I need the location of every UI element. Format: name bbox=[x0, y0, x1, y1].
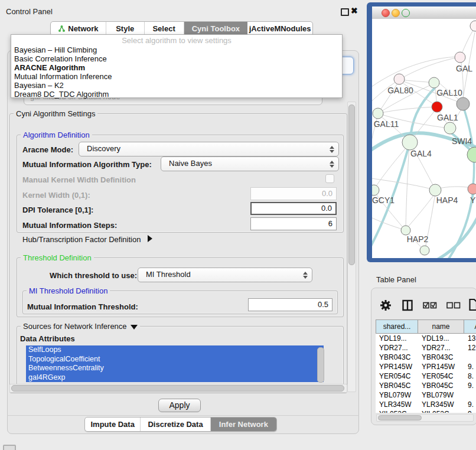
network-edge[interactable] bbox=[375, 144, 410, 188]
network-node-GAL10[interactable] bbox=[429, 77, 439, 88]
table-cell[interactable]: YDR27... bbox=[418, 343, 464, 353]
hub-factor-expander[interactable]: Hub/Transcription Factor Definition bbox=[22, 235, 152, 244]
table-cell[interactable]: YLR345W bbox=[376, 400, 418, 409]
table-row[interactable]: YDR27...YDR27...12 bbox=[376, 343, 476, 353]
sources-legend[interactable]: Sources for Network Inference bbox=[21, 322, 140, 331]
table-cell[interactable]: 9. bbox=[464, 362, 476, 371]
table-row[interactable]: YER054CYER054C8. bbox=[376, 371, 476, 381]
manual-kernel-checkbox[interactable] bbox=[325, 174, 334, 183]
apply-button[interactable]: Apply bbox=[158, 399, 201, 412]
network-node-gal-partial[interactable] bbox=[455, 52, 465, 63]
network-node-GAL80[interactable] bbox=[394, 74, 405, 84]
network-edge[interactable] bbox=[372, 57, 459, 92]
tab-style[interactable]: Style bbox=[106, 22, 145, 35]
zoom-traffic-light[interactable] bbox=[402, 9, 410, 17]
table-cell[interactable]: 13 bbox=[464, 334, 476, 343]
network-node-node-top-right[interactable] bbox=[470, 21, 476, 31]
split-columns-icon[interactable] bbox=[402, 299, 413, 311]
network-edge[interactable] bbox=[436, 187, 471, 189]
settings-vscrollbar-thumb[interactable] bbox=[348, 105, 355, 265]
table-row[interactable]: YBR045CYBR045C9. bbox=[376, 381, 476, 390]
algorithm-option[interactable]: Dream8 DC_TDC Algorithm bbox=[11, 90, 342, 99]
table-column-header[interactable]: name bbox=[418, 319, 464, 334]
network-node-gray-node[interactable] bbox=[457, 97, 470, 110]
deselect-all-checkboxes-icon[interactable] bbox=[446, 302, 461, 309]
table-cell[interactable]: YLR345W bbox=[418, 400, 464, 409]
mi-threshold-input[interactable]: 0.5 bbox=[248, 298, 332, 311]
tab-discretize-data[interactable]: Discretize Data bbox=[141, 418, 210, 431]
table-row[interactable]: YPR145WYPR145W9. bbox=[376, 362, 476, 371]
algorithm-option[interactable]: Mutual Information Inference bbox=[11, 72, 342, 81]
table-cell[interactable]: 8. bbox=[464, 371, 476, 381]
settings-hscrollbar-thumb[interactable] bbox=[11, 385, 344, 392]
float-window-icon[interactable] bbox=[341, 8, 349, 16]
network-view[interactable]: GALGAL80GAL10GAL1GAL11GAL4SWI4GCY1HAP4YH… bbox=[372, 19, 476, 258]
network-node-GAL1[interactable] bbox=[444, 122, 456, 134]
table-hscrollbar[interactable] bbox=[376, 414, 474, 422]
algorithm-option[interactable]: Bayesian – K2 bbox=[11, 81, 342, 90]
table-cell[interactable]: YDL19... bbox=[376, 334, 418, 343]
list-scrollbar-thumb[interactable] bbox=[317, 347, 324, 383]
table-row[interactable]: YLR345WYLR345W9. bbox=[376, 400, 476, 409]
aracne-mode-combo[interactable]: Discovery bbox=[79, 142, 339, 156]
table-cell[interactable]: YER054C bbox=[418, 371, 464, 381]
table-cell[interactable]: YER054C bbox=[376, 371, 418, 381]
close-icon[interactable]: ✖ bbox=[351, 6, 358, 15]
network-edge[interactable] bbox=[407, 193, 435, 227]
table-column-header[interactable]: A bbox=[464, 319, 476, 334]
table-cell[interactable]: YBR045C bbox=[376, 381, 418, 390]
new-table-icon[interactable] bbox=[469, 298, 476, 311]
algorithm-option[interactable]: Bayesian – Hill Climbing bbox=[11, 45, 342, 54]
table-cell[interactable]: YIL052C bbox=[376, 409, 418, 413]
table-cell[interactable]: YBR043C bbox=[376, 353, 418, 362]
table-hscrollbar-thumb[interactable] bbox=[378, 415, 422, 420]
network-node-GAL4[interactable] bbox=[402, 135, 418, 150]
table-cell[interactable]: YPR145W bbox=[418, 362, 464, 371]
table-row[interactable]: YDL19...YDL19...13 bbox=[376, 334, 476, 343]
select-all-checkboxes-icon[interactable] bbox=[423, 302, 437, 309]
kernel-width-input[interactable]: 0.0 bbox=[250, 187, 337, 200]
network-node-node-bottom[interactable] bbox=[420, 246, 429, 255]
network-node-HAP2[interactable] bbox=[401, 226, 410, 235]
which-threshold-combo[interactable]: MI Threshold bbox=[138, 268, 312, 282]
table-cell[interactable]: YPR145W bbox=[376, 362, 418, 371]
tab-select[interactable]: Select bbox=[145, 22, 184, 35]
network-canvas[interactable]: GALGAL80GAL10GAL1GAL11GAL4SWI4GCY1HAP4YH… bbox=[372, 19, 476, 258]
network-window-titlebar[interactable] bbox=[372, 6, 476, 19]
network-edge[interactable] bbox=[372, 213, 404, 230]
table-cell[interactable]: 9. bbox=[464, 400, 476, 409]
gear-icon[interactable] bbox=[380, 299, 391, 311]
tab-network[interactable]: Network bbox=[51, 22, 106, 35]
table-cell[interactable]: YBL079W bbox=[418, 390, 464, 400]
table-cell[interactable]: YIL052C bbox=[418, 409, 464, 413]
table-row[interactable]: YBL079WYBL079W bbox=[376, 390, 476, 400]
settings-vscrollbar[interactable] bbox=[347, 102, 356, 392]
list-item[interactable]: gal4RGexp bbox=[26, 373, 324, 383]
table-column-header[interactable]: shared... bbox=[376, 319, 418, 334]
table-cell[interactable]: YDR27... bbox=[376, 343, 418, 353]
tab-impute-data[interactable]: Impute Data bbox=[85, 418, 141, 431]
panel-grip[interactable] bbox=[3, 445, 16, 450]
list-item[interactable]: SelfLoops bbox=[26, 345, 324, 355]
tab-infer-network[interactable]: Infer Network bbox=[211, 418, 276, 431]
table-cell[interactable] bbox=[464, 390, 476, 400]
table-cell[interactable]: YBL079W bbox=[376, 390, 418, 400]
list-item[interactable]: BetweennessCentrality bbox=[26, 364, 324, 373]
table-row[interactable]: YBR043CYBR043C bbox=[376, 353, 476, 362]
table-cell[interactable]: YDL19... bbox=[418, 334, 464, 343]
network-node-GAL11[interactable] bbox=[373, 108, 383, 119]
algorithm-option-selected[interactable]: ARACNE Algorithm bbox=[11, 63, 342, 72]
mi-type-combo[interactable]: Naive Bayes bbox=[161, 156, 339, 171]
table-row[interactable]: YIL052CYIL052C9 bbox=[376, 409, 476, 413]
list-item[interactable]: TopologicalCoefficient bbox=[26, 355, 324, 364]
settings-hscrollbar[interactable] bbox=[9, 384, 347, 393]
network-node-salmon-node[interactable] bbox=[468, 184, 476, 194]
tab-cyni-toolbox[interactable]: Cyni Toolbox bbox=[184, 22, 248, 35]
tab-jactivemnodules[interactable]: jActiveMNodules bbox=[247, 22, 312, 35]
table-cell[interactable]: 9 bbox=[464, 409, 476, 413]
table-cell[interactable]: 12 bbox=[464, 343, 476, 353]
network-node-GCY1[interactable] bbox=[372, 185, 379, 195]
mi-steps-input[interactable]: 6 bbox=[250, 217, 337, 230]
network-node-HAP4[interactable] bbox=[429, 184, 441, 196]
table-cell[interactable] bbox=[464, 353, 476, 362]
